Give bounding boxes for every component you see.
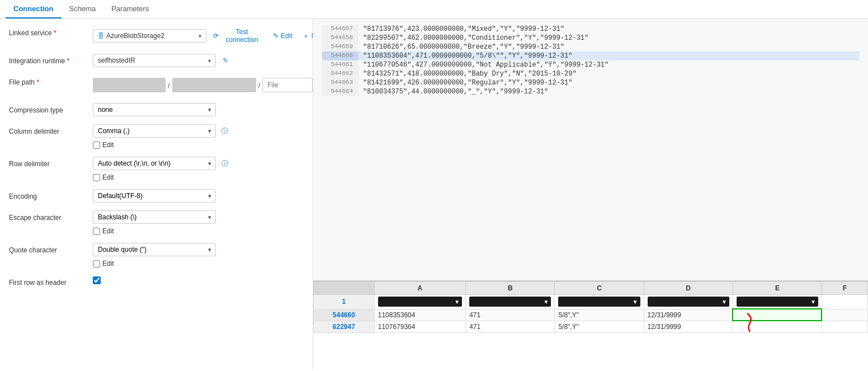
col-f-label: F — [843, 284, 847, 292]
quote-select[interactable]: Double quote (") — [93, 243, 216, 256]
linked-service-value: AzureBlobStorage2 — [106, 32, 164, 40]
tab-schema[interactable]: Schema — [62, 0, 104, 18]
first-row-checkbox-container — [93, 276, 304, 284]
table-scroll[interactable]: A B C — [313, 281, 868, 370]
edit-linked-button[interactable]: ✎ Edit — [270, 30, 296, 42]
test-connection-icon: ⟳ — [213, 32, 219, 40]
test-connection-button[interactable]: ⟳ Test connection — [210, 26, 266, 46]
line-content: "81713976",423.0000000000,"Mixed","Y","9… — [358, 25, 564, 34]
th-col-a[interactable]: A — [374, 282, 465, 295]
header-col-b: ██████▼ — [466, 295, 555, 309]
data-table: A B C — [313, 281, 868, 333]
encoding-wrapper: Default(UTF-8) — [93, 189, 216, 203]
column-delimiter-row: Column delimiter Comma (,) ⓘ Edit — [9, 124, 304, 149]
integration-runtime-select[interactable]: selfhostedIR ▾ — [93, 54, 216, 67]
th-col-e[interactable]: E — [733, 282, 822, 295]
header-col-f — [822, 295, 867, 309]
th-col-f[interactable]: F — [822, 282, 867, 295]
row-delimiter-edit-row: Edit — [93, 173, 304, 181]
data-cell: 1107679364 — [374, 321, 465, 332]
row-delimiter-edit-label: Edit — [102, 173, 114, 181]
left-panel: Linked service * 🗄 AzureBlobStorage2 ▾ ⟳… — [0, 19, 313, 370]
tab-connection[interactable]: Connection — [6, 0, 62, 18]
linked-service-label: Linked service * — [9, 26, 93, 37]
right-panel: 544657"81713976",423.0000000000,"Mixed",… — [313, 19, 868, 370]
linked-service-inner: 🗄 AzureBlobStorage2 ▾ ⟳ Test connection … — [93, 26, 313, 46]
compression-select-wrapper: none — [93, 103, 216, 116]
file-path-input2[interactable] — [172, 78, 256, 92]
table-row: 1██████▼██████▼██████▼██████▼██████▼ — [314, 295, 868, 309]
column-delimiter-edit-checkbox[interactable] — [93, 142, 100, 149]
header-col-c: ██████▼ — [555, 295, 644, 309]
data-line: 544663"81421699",426.0000000000,"Regular… — [322, 78, 859, 87]
linked-service-select[interactable]: 🗄 AzureBlobStorage2 ▾ — [93, 29, 206, 43]
data-line: 544664"810034375",44.0000000000,"_","Y",… — [322, 87, 859, 96]
line-content: "81432571",418.0000000000,"Baby Dry","N"… — [358, 69, 577, 78]
encoding-select[interactable]: Default(UTF-8) — [93, 189, 216, 203]
first-row-header-checkbox[interactable] — [93, 276, 101, 284]
col-e-label: E — [775, 284, 780, 292]
line-number: 544662 — [322, 69, 358, 78]
th-col-b[interactable]: B — [466, 282, 555, 295]
escape-select[interactable]: Backslash (\) — [93, 210, 216, 224]
first-row-header-row: First row as header — [9, 275, 304, 287]
ir-chevron: ▾ — [208, 58, 211, 64]
integration-runtime-label: Integration runtime * — [9, 54, 93, 65]
line-number: 544657 — [322, 25, 358, 34]
th-rownum — [314, 282, 375, 295]
row-delimiter-label: Row delimiter — [9, 157, 93, 168]
column-delimiter-label: Column delimiter — [9, 124, 93, 135]
escape-edit-row: Edit — [93, 227, 304, 235]
line-content: "81421699",426.0000000000,"Regular","Y",… — [358, 78, 572, 87]
file-path-input3[interactable] — [262, 78, 313, 92]
ir-edit-icon: ✎ — [223, 57, 228, 64]
column-delimiter-select[interactable]: Comma (,) — [93, 124, 216, 138]
first-row-header-label: First row as header — [9, 275, 93, 287]
data-cell: 5/8",Y" — [555, 321, 644, 332]
header-col-d: ██████▼ — [644, 295, 733, 309]
quote-character-label: Quote character — [9, 243, 93, 254]
required-mark: * — [54, 29, 56, 37]
header-row-num[interactable]: 1 — [314, 295, 375, 309]
new-linked-button[interactable]: ＋ New — [299, 29, 313, 43]
line-number: 544661 — [322, 60, 358, 69]
linked-service-controls: 🗄 AzureBlobStorage2 ▾ ⟳ Test connection … — [93, 26, 313, 46]
data-line: 544660"1108353604",471.0000000000,"5/8\"… — [322, 51, 859, 60]
row-delimiter-row: Row delimiter Auto detect (\r,\n, or \r\… — [9, 157, 304, 181]
data-lines: 544657"81713976",423.0000000000,"Mixed",… — [322, 25, 859, 96]
row-delimiter-edit-checkbox[interactable] — [93, 174, 100, 181]
th-col-c[interactable]: C — [555, 282, 644, 295]
quote-edit-checkbox[interactable] — [93, 260, 100, 267]
file-path-label: File path * — [9, 75, 93, 86]
table-row: 62294711076793644715/8",Y"12/31/9999 — [314, 321, 868, 332]
escape-edit-checkbox[interactable] — [93, 228, 100, 235]
table-header: A B C — [314, 282, 868, 295]
compression-type-row: Compression type none — [9, 103, 304, 116]
row-number-cell[interactable]: 622947 — [314, 321, 375, 332]
data-line: 544659"81710626",65.0000000000,"Breeze",… — [322, 43, 859, 51]
row-number-cell[interactable]: 544660 — [314, 309, 375, 321]
line-content: "81710626",65.0000000000,"Breeze","Y","9… — [358, 43, 564, 51]
escape-character-label: Escape character — [9, 210, 93, 222]
quote-edit-row: Edit — [93, 260, 304, 267]
th-col-d[interactable]: D — [644, 282, 733, 295]
row-delimiter-wrapper: Auto detect (\r,\n, or \r\n) — [93, 157, 216, 170]
row-delimiter-select[interactable]: Auto detect (\r,\n, or \r\n) — [93, 157, 216, 170]
linked-service-row: Linked service * 🗄 AzureBlobStorage2 ▾ ⟳… — [9, 26, 304, 46]
encoding-label: Encoding — [9, 189, 93, 200]
row-delimiter-info-icon[interactable]: ⓘ — [221, 159, 228, 168]
data-line: 544657"81713976",423.0000000000,"Mixed",… — [322, 25, 859, 34]
col-d-label: D — [686, 284, 691, 292]
column-delimiter-edit-row: Edit — [93, 141, 304, 149]
top-tabs: Connection Schema Parameters — [0, 0, 868, 19]
data-line: 544658"82299507",462.0000000000,"Conditi… — [322, 34, 859, 43]
compression-type-select[interactable]: none — [93, 103, 216, 116]
ir-edit-icon-button[interactable]: ✎ — [219, 54, 232, 67]
column-delimiter-info-icon[interactable]: ⓘ — [221, 126, 228, 136]
tab-parameters[interactable]: Parameters — [103, 0, 157, 18]
col-a-label: A — [418, 284, 423, 292]
new-linked-icon: ＋ — [303, 31, 309, 41]
quote-character-row: Quote character Double quote (") Edit — [9, 243, 304, 267]
header-col-e: ██████▼ — [733, 295, 822, 309]
file-path-input1[interactable] — [93, 78, 166, 92]
